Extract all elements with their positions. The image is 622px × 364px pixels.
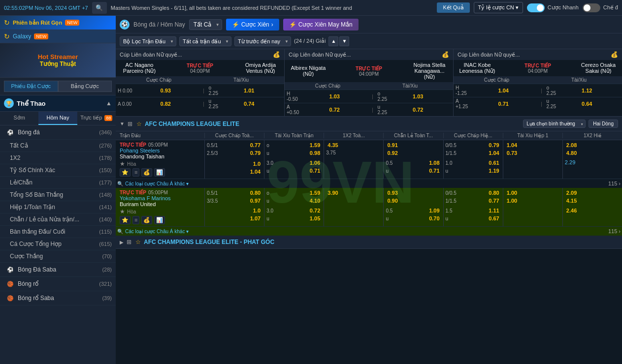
odds-u-2[interactable]: 0.72 bbox=[385, 106, 452, 114]
odds-ch-top-2[interactable]: 0/0.5 0.80 1/1.5 0.77 bbox=[444, 188, 503, 206]
odds-1x2-ov-2[interactable]: 3.90 bbox=[326, 189, 339, 196]
odds-txh-ov-2[interactable]: 1.00 bbox=[505, 189, 519, 196]
odds-r2a-2[interactable]: 1.07 bbox=[249, 215, 262, 222]
odds-chap-h-1[interactable]: 0.5/1 0.77 2.5/3 0.79 bbox=[205, 140, 264, 158]
match-star-1[interactable]: ★ bbox=[120, 160, 125, 167]
odds-txh-top-1[interactable]: 1.04 0.73 bbox=[503, 140, 562, 158]
odds-1x2h-av-1[interactable]: 4.80 bbox=[565, 150, 578, 156]
match-icon-coin-2[interactable]: 💰 bbox=[141, 216, 152, 224]
match-team1-1[interactable]: Pohang Steelers bbox=[120, 148, 200, 153]
odds-h-1[interactable]: 0.93 bbox=[132, 87, 199, 94]
odds-txh-ov-1[interactable]: 1.04 bbox=[505, 142, 519, 149]
match-team2-2[interactable]: Buriram United bbox=[120, 201, 200, 207]
odds-r2h-2[interactable]: 1.0 bbox=[252, 207, 262, 214]
league2-expand[interactable]: ▶ bbox=[120, 240, 124, 245]
odds-chap-hiep-top-1[interactable]: 0/0.5 0.79 1/1.5 1.04 bbox=[444, 140, 503, 158]
odds-chanle-r2av-1[interactable]: 0.71 bbox=[427, 167, 441, 174]
odds-1x2h-av-2[interactable]: 4.15 bbox=[565, 197, 578, 204]
odds-h-val-2[interactable]: 0.80 bbox=[249, 189, 262, 196]
odds-ch-r2hv-1[interactable]: 0.61 bbox=[487, 159, 500, 166]
odds-1x2h-h-1[interactable]: 2.08 bbox=[565, 142, 578, 149]
tab-today[interactable]: Hôm Nay bbox=[38, 112, 77, 125]
more-bets-2[interactable]: 🔍 Các loại cược Châu Á khác ▾ 115 › bbox=[116, 226, 622, 236]
odds-u-1[interactable]: 0.74 bbox=[216, 100, 283, 108]
odds-row2-h-1[interactable]: 1.0 bbox=[252, 160, 262, 167]
odds-ch-av-2[interactable]: 0.77 bbox=[487, 197, 500, 204]
sidebar-item-tyso[interactable]: Tỷ Số Chính Xác (150) bbox=[0, 164, 116, 177]
odds-tai-r2uv-2[interactable]: 1.05 bbox=[308, 215, 322, 222]
league1-star[interactable]: ☆ bbox=[136, 121, 142, 127]
match-icon-star-2[interactable]: ⭐ bbox=[120, 216, 131, 224]
odds-chap-top-2[interactable]: 0.5/1 0.80 3/3.5 0.97 bbox=[205, 188, 264, 206]
odds-row2-a-1[interactable]: 1.04 bbox=[249, 168, 262, 175]
league2-star[interactable]: ☆ bbox=[135, 239, 141, 245]
tab-soon[interactable]: Sớm bbox=[0, 112, 38, 125]
filter1-select[interactable]: Bộ Lọc Trận Đấu bbox=[120, 36, 176, 46]
odds-chanle-r2hv-2[interactable]: 1.09 bbox=[427, 207, 441, 214]
arrow-up-btn[interactable]: ▲ bbox=[328, 36, 338, 46]
odds-tai-oval-1[interactable]: 1.59 bbox=[308, 142, 322, 149]
match-icon-chart-1[interactable]: 📊 bbox=[154, 168, 165, 177]
bet-table-button[interactable]: Bảng Cược bbox=[58, 81, 112, 92]
odds-txh-uv-1[interactable]: 0.73 bbox=[505, 150, 519, 156]
odds-u-3[interactable]: 0.64 bbox=[554, 100, 621, 108]
odds-ch-hv-2[interactable]: 0.80 bbox=[487, 189, 500, 196]
filter2-select[interactable]: Tất cả trận đấu bbox=[179, 36, 231, 46]
sidebar-item-bongda[interactable]: ⚽ Bóng đá (346) bbox=[0, 125, 116, 140]
odds-chanle-hv-2[interactable]: 0.93 bbox=[386, 189, 399, 196]
odds-ch-r2hv-2[interactable]: 1.11 bbox=[487, 207, 500, 214]
odds-tai-r2-u-1[interactable]: 0.71 bbox=[308, 167, 322, 174]
sidebar-item-bongdasaba[interactable]: ⚽ Bóng Đá Saba (28) bbox=[0, 263, 116, 277]
odds-ch-av-1[interactable]: 1.04 bbox=[487, 150, 500, 156]
odds-a-val-1[interactable]: 0.79 bbox=[249, 150, 262, 156]
sidebar-item-bongrosaba[interactable]: 🏀 Bóng rổ Saba (39) bbox=[0, 291, 116, 305]
league1-filter[interactable]: Lựa chọn bình thường bbox=[523, 120, 586, 128]
odds-o-3[interactable]: 1.12 bbox=[554, 87, 621, 94]
odds-a-2[interactable]: 0.72 bbox=[301, 106, 368, 114]
odds-1x2h-top-1[interactable]: 2.08 4.80 bbox=[563, 140, 622, 158]
odds-ch-hv-1[interactable]: 0.79 bbox=[487, 142, 500, 149]
odds-chanle-h-1[interactable]: 0.91 bbox=[386, 142, 399, 149]
odds-a-1[interactable]: 0.82 bbox=[132, 100, 199, 108]
tab-live[interactable]: Trực tiếp 88 bbox=[77, 112, 116, 125]
odds-h-2[interactable]: 1.03 bbox=[301, 92, 368, 100]
odds-1x2h-hv-2[interactable]: 2.09 bbox=[565, 189, 578, 196]
result-button[interactable]: Kết Quả bbox=[437, 2, 469, 13]
tatta-select[interactable]: Tất Cả bbox=[189, 19, 222, 30]
more-bets-1[interactable]: 🔍 Các loại cược Châu Á khác ▾ 115 › bbox=[116, 179, 622, 188]
odds-chanle-r2h-1[interactable]: 1.08 bbox=[427, 159, 441, 166]
odds-ch-r2uv-2[interactable]: 0.67 bbox=[487, 215, 500, 222]
odds-a-val-2[interactable]: 0.97 bbox=[249, 197, 262, 204]
league1-view-btn[interactable]: Hai Dòng bbox=[589, 120, 618, 128]
odds-tai-uv-2[interactable]: 4.10 bbox=[308, 197, 322, 204]
sidebar-item-bandauoi[interactable]: Bàn thắng Đầu/ Cuối (115) bbox=[0, 226, 116, 238]
match-icon-stats-1[interactable]: ≡ bbox=[132, 168, 139, 177]
match-icon-stats-2[interactable]: ≡ bbox=[132, 216, 139, 224]
sidebar-item-hiep1[interactable]: Hiệp 1/Toàn Trận (141) bbox=[0, 201, 116, 213]
search-button[interactable]: 🔍 bbox=[92, 2, 107, 14]
odds-chanle-av-2[interactable]: 0.90 bbox=[386, 197, 399, 204]
odds-o-1[interactable]: 1.01 bbox=[216, 87, 283, 94]
odds-txh-top-2[interactable]: 1.00 1.00 bbox=[503, 188, 562, 206]
sidebar-item-cuocthang[interactable]: Cược Thắng (70) bbox=[0, 250, 116, 263]
limit-toggle[interactable] bbox=[583, 3, 600, 12]
match-icon-coin-1[interactable]: 💰 bbox=[141, 168, 152, 177]
match-team1-2[interactable]: Yokohama F Marinos bbox=[120, 195, 200, 201]
match-star-2[interactable]: ★ bbox=[120, 208, 125, 215]
odds-taixiu-top-1[interactable]: o 1.59 u 0.98 bbox=[264, 140, 324, 158]
filter3-select[interactable]: Từ trước đến nay bbox=[234, 36, 291, 46]
promo-banner[interactable]: ↻ Phiên bản Rút Gọn NEW bbox=[0, 16, 116, 30]
odds-1x2-top-1[interactable]: 4.35 3.75 bbox=[324, 140, 383, 156]
odds-tai-r2v-2[interactable]: 0.72 bbox=[308, 207, 322, 214]
match-icon-chart-2[interactable]: 📊 bbox=[154, 216, 165, 224]
odds-chanle-a-1[interactable]: 0.92 bbox=[386, 150, 399, 156]
odds-chanle-top-1[interactable]: 0.91 0.92 bbox=[384, 140, 443, 158]
odds-ch-r2uv-1[interactable]: 1.19 bbox=[487, 167, 500, 174]
sidebar-item-channua[interactable]: Chẵn / Lẻ của Nửa trận/... (140) bbox=[0, 213, 116, 226]
sports-section-header[interactable]: 🏆 Thể Thao ▲ bbox=[0, 95, 116, 112]
odds-cn-button[interactable]: Tỷ lệ cược CN ▾ bbox=[474, 2, 523, 13]
galaxy-banner[interactable]: ↻ Galaxy NEW bbox=[0, 30, 116, 43]
fast-bet-toggle[interactable] bbox=[527, 3, 545, 12]
cuoc-xien-button[interactable]: ⚡ Cược Xiên › bbox=[226, 19, 279, 30]
match-icon-star-1[interactable]: ⭐ bbox=[120, 168, 131, 177]
